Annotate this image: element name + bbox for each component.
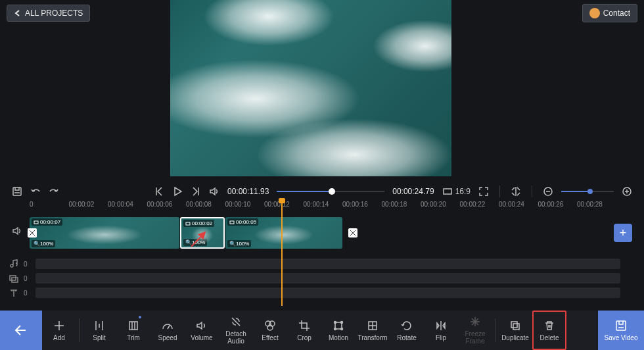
clips-container: 00:00:07🔍100%00:00:02🔍100%00:00:05🔍100%	[30, 217, 342, 249]
flip-label: Flip	[436, 334, 446, 341]
transition-marker[interactable]	[28, 228, 37, 238]
fit-icon[interactable]	[511, 186, 521, 197]
volume-icon	[196, 320, 208, 332]
contact-label: Contact	[603, 9, 630, 18]
timeline: 00:00:07🔍100%00:00:02🔍100%00:00:05🔍100%	[0, 214, 644, 253]
ruler-tick: 00:00:18	[382, 201, 421, 213]
all-projects-button[interactable]: ALL PROJECTS	[7, 5, 90, 22]
ruler-tick: 00:00:20	[421, 201, 460, 213]
rotate-label: Rotate	[397, 334, 416, 341]
next-frame-icon[interactable]	[191, 186, 201, 197]
split-label: Split	[93, 334, 105, 341]
detach-audio-button[interactable]: Detach Audio	[219, 311, 253, 350]
svg-rect-10	[129, 322, 137, 330]
detach-icon	[230, 316, 242, 328]
add-label: Add	[53, 334, 65, 341]
ruler-tick: 00:00:28	[577, 201, 616, 213]
rotate-button[interactable]: Rotate	[390, 311, 424, 350]
mute-icon[interactable]	[209, 186, 219, 197]
split-icon	[93, 320, 105, 332]
text-track-row[interactable]: 0	[7, 286, 631, 300]
effect-button[interactable]: Effect	[253, 311, 287, 350]
undo-icon[interactable]	[30, 186, 41, 197]
crop-button[interactable]: Crop	[287, 311, 321, 350]
aspect-ratio-button[interactable]: 16:9	[442, 186, 471, 197]
svg-rect-22	[616, 321, 626, 330]
progress-bar[interactable]	[277, 191, 384, 192]
rotate-icon	[401, 320, 413, 332]
clip-zoom: 🔍100%	[32, 240, 55, 247]
ruler-tick: 00:00:26	[538, 201, 578, 213]
svg-line-7	[191, 232, 205, 247]
svg-rect-6	[230, 221, 234, 224]
back-button[interactable]	[0, 311, 42, 350]
audio-count: 0	[24, 261, 30, 268]
timeline-ruler[interactable]: 000:00:0200:00:0400:00:0600:00:0800:00:1…	[30, 201, 631, 213]
crop-label: Crop	[297, 334, 311, 341]
volume-button[interactable]: Volume	[185, 311, 219, 350]
avatar-icon	[589, 8, 600, 18]
effect-label: Effect	[262, 334, 278, 341]
chevron-left-icon	[14, 9, 22, 17]
freeze-icon	[469, 316, 481, 328]
duplicate-button[interactable]: Duplicate	[498, 311, 532, 350]
delete-label: Delete	[540, 334, 559, 341]
flip-button[interactable]: Flip	[424, 311, 458, 350]
svg-rect-4	[34, 221, 38, 224]
prev-frame-icon[interactable]	[154, 186, 164, 197]
transition-marker[interactable]	[348, 228, 357, 238]
svg-rect-20	[511, 322, 517, 328]
freeze-label: Freeze Frame	[458, 330, 492, 345]
delete-button[interactable]: Delete	[532, 311, 566, 350]
split-button[interactable]: Split	[82, 311, 116, 350]
flip-icon	[435, 320, 447, 332]
zoom-slider[interactable]	[561, 191, 614, 192]
plus-icon	[53, 320, 65, 332]
svg-rect-0	[13, 188, 21, 195]
speed-button[interactable]: Speed	[150, 311, 185, 350]
transform-button[interactable]: Transform	[356, 311, 390, 350]
extra-tracks: 0 0 0	[7, 257, 631, 300]
ruler-tick: 0	[30, 201, 69, 213]
contact-button[interactable]: Contact	[582, 4, 637, 22]
overlay-track-row[interactable]: 0	[7, 271, 631, 286]
clip-duration: 00:00:07	[32, 218, 62, 226]
text-track-bar[interactable]	[35, 288, 620, 298]
add-track-button[interactable]: +	[614, 224, 632, 242]
svg-rect-5	[186, 222, 190, 225]
ruler-tick: 00:00:06	[147, 201, 187, 213]
trim-icon	[127, 320, 139, 332]
zoom-in-icon[interactable]	[622, 186, 632, 197]
overlay-track-bar[interactable]	[35, 273, 620, 284]
audio-track-bar[interactable]	[35, 259, 620, 269]
save-icon[interactable]	[12, 186, 22, 197]
transform-label: Transform	[357, 334, 387, 341]
zoom-out-icon[interactable]	[543, 186, 553, 197]
ruler-tick: 00:00:04	[108, 201, 147, 213]
aspect-icon	[442, 186, 453, 197]
audio-track-row[interactable]: 0	[7, 257, 631, 271]
save-video-button[interactable]: Save Video	[598, 311, 644, 350]
play-icon[interactable]	[172, 186, 183, 197]
redo-icon[interactable]	[49, 186, 59, 197]
ruler-tick: 00:00:02	[69, 201, 108, 213]
duplicate-label: Duplicate	[501, 334, 529, 341]
fullscreen-icon[interactable]	[478, 186, 489, 197]
detach-label: Detach Audio	[219, 330, 253, 345]
music-icon	[9, 259, 18, 268]
video-preview	[170, 0, 451, 176]
annotation-arrow	[189, 229, 209, 249]
total-time: 00:00:24.79	[392, 187, 434, 196]
playhead[interactable]	[281, 201, 283, 306]
video-clip[interactable]: 00:00:07🔍100%	[30, 217, 179, 249]
bottom-toolbar: Add Split Trim Speed Volume Detach Audio…	[0, 311, 644, 350]
ruler-tick: 00:00:24	[499, 201, 538, 213]
trim-button[interactable]: Trim	[116, 311, 150, 350]
add-button[interactable]: Add	[42, 311, 76, 350]
save-label: Save Video	[605, 334, 638, 341]
motion-button[interactable]: Motion	[321, 311, 356, 350]
video-track-icon	[12, 226, 25, 239]
playback-controls: 00:00:11.93 00:00:24.79 16:9	[0, 183, 644, 200]
text-icon	[9, 288, 18, 297]
video-clip[interactable]: 00:00:05🔍100%	[225, 217, 342, 249]
